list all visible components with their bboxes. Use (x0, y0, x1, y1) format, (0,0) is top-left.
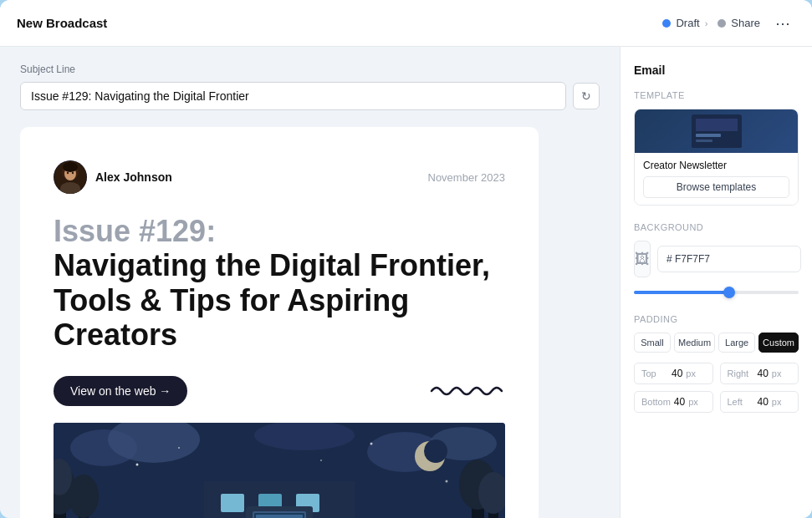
padding-bottom-field: Bottom 40 px (634, 391, 713, 413)
subject-row: ↻ (20, 82, 600, 110)
bg-controls: 🖼 (634, 241, 799, 277)
padding-right-label: Right (728, 368, 754, 378)
bg-slider-thumb (723, 287, 735, 298)
subject-label: Subject Line (20, 63, 600, 75)
svg-point-38 (446, 480, 448, 482)
svg-rect-42 (696, 140, 712, 142)
bg-slider[interactable] (634, 291, 799, 294)
template-name-row: Creator Newsletter Browse templates (635, 153, 798, 205)
share-button[interactable]: Share (718, 17, 760, 29)
view-on-web-label: View on the web → (70, 384, 171, 398)
padding-medium[interactable]: Medium (674, 333, 715, 353)
header-actions: Draft › Share ⋯ (662, 13, 795, 34)
padding-bottom-unit: px (688, 397, 698, 407)
padding-top-value: 40 (672, 368, 682, 379)
padding-section: Padding Small Medium Large Custom (634, 314, 799, 413)
padding-options: Small Medium Large Custom (634, 333, 799, 353)
padding-custom[interactable]: Custom (758, 333, 799, 353)
padding-left-value: 40 (758, 396, 769, 408)
padding-bottom-value: 40 (674, 396, 685, 408)
background-section: Background 🖼 (634, 222, 799, 297)
svg-rect-41 (696, 134, 721, 137)
svg-rect-40 (696, 119, 738, 131)
svg-rect-24 (221, 494, 244, 512)
headline-issue: Issue #129: (54, 214, 216, 248)
padding-label: Padding (634, 314, 799, 324)
padding-left-unit: px (772, 397, 782, 407)
padding-right-value: 40 (758, 368, 769, 379)
padding-top-unit: px (686, 368, 696, 378)
svg-point-36 (370, 442, 373, 444)
padding-grid: Top 40 px Right 40 px Bottom 40 px (634, 363, 799, 413)
view-on-web-button[interactable]: View on the web → (54, 376, 187, 406)
email-header-row: Alex Johnson November 2023 (54, 160, 505, 194)
browse-templates-button[interactable]: Browse templates (643, 176, 789, 198)
padding-left-label: Left (728, 397, 754, 407)
svg-point-37 (320, 460, 322, 461)
share-label: Share (731, 17, 760, 29)
app-container: New Broadcast Draft › Share ⋯ Subject Li… (0, 0, 812, 518)
email-actions-row: View on the web → (54, 376, 505, 406)
author-avatar (54, 160, 87, 194)
email-preview: Alex Johnson November 2023 Issue #129: N… (20, 127, 539, 518)
svg-point-5 (72, 172, 74, 174)
background-label: Background (634, 222, 799, 232)
sidebar-title: Email (634, 63, 799, 77)
email-body: Alex Johnson November 2023 Issue #129: N… (20, 127, 539, 518)
chevron-right-icon: › (705, 18, 708, 28)
body: Subject Line ↻ (0, 47, 812, 518)
sidebar: Email Template (620, 47, 812, 518)
bg-image-button[interactable]: 🖼 (634, 241, 651, 277)
draft-status-dot (662, 19, 671, 28)
refresh-button[interactable]: ↻ (573, 83, 600, 109)
padding-top-label: Top (641, 368, 668, 378)
subject-input[interactable] (20, 82, 566, 110)
svg-point-6 (63, 162, 78, 172)
page-title: New Broadcast (17, 16, 107, 30)
padding-bottom-label: Bottom (641, 397, 671, 407)
bg-color-input[interactable] (657, 246, 801, 272)
avatar-svg (54, 160, 87, 194)
template-name: Creator Newsletter (643, 160, 789, 171)
email-headline: Issue #129: Navigating the Digital Front… (54, 214, 505, 353)
svg-point-4 (67, 172, 69, 174)
draft-button[interactable]: Draft › (662, 17, 707, 29)
template-preview (635, 109, 798, 153)
template-mini-svg (692, 114, 742, 148)
squiggle-decoration (430, 381, 505, 401)
template-card: Creator Newsletter Browse templates (634, 109, 799, 206)
header: New Broadcast Draft › Share ⋯ (0, 0, 812, 47)
email-illustration (54, 423, 505, 518)
padding-large[interactable]: Large (718, 333, 755, 353)
template-thumbnail (692, 114, 742, 148)
share-status-dot (718, 19, 726, 28)
svg-point-17 (69, 475, 99, 518)
email-date: November 2023 (428, 171, 506, 184)
svg-rect-31 (256, 515, 303, 518)
headline-main: Navigating the Digital Frontier, Tools &… (54, 248, 490, 352)
browse-templates-label: Browse templates (677, 181, 756, 193)
svg-point-35 (178, 447, 180, 449)
padding-left-field: Left 40 px (720, 391, 799, 413)
email-image-area (54, 423, 505, 518)
padding-small[interactable]: Small (634, 333, 671, 353)
main-content: Subject Line ↻ (0, 47, 620, 518)
padding-top-field: Top 40 px (634, 363, 713, 384)
more-options-button[interactable]: ⋯ (770, 13, 795, 34)
squiggle-svg (430, 381, 505, 401)
draft-label: Draft (676, 17, 699, 29)
refresh-icon: ↻ (581, 89, 591, 103)
image-icon: 🖼 (635, 251, 650, 268)
svg-point-33 (424, 439, 447, 463)
template-section: Template Creator Newsl (634, 90, 799, 206)
padding-right-unit: px (772, 368, 782, 378)
svg-point-34 (136, 463, 139, 465)
padding-right-field: Right 40 px (720, 363, 799, 384)
template-label: Template (634, 90, 799, 100)
author-info: Alex Johnson (54, 160, 172, 194)
bg-slider-container (634, 287, 799, 297)
author-name: Alex Johnson (95, 170, 172, 184)
